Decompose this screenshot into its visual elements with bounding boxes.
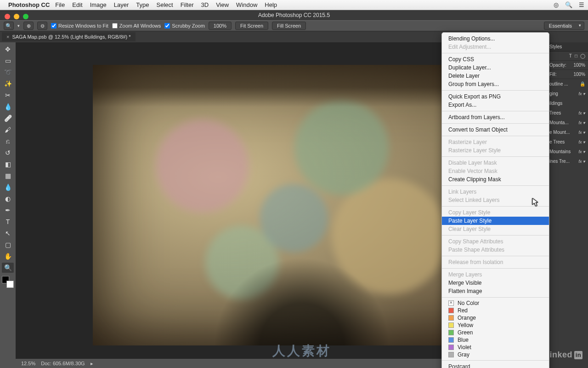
menu-edit[interactable]: Edit — [72, 1, 82, 8]
menu-icon[interactable]: ☰ — [579, 1, 584, 8]
menu-item[interactable]: Postcard — [442, 362, 549, 368]
menu-type[interactable]: Type — [136, 1, 149, 8]
stamp-tool[interactable]: ⎌ — [2, 136, 14, 146]
eyedropper-tool[interactable]: 💧 — [2, 102, 14, 112]
menu-3d[interactable]: 3D — [201, 1, 209, 8]
quick-select-tool[interactable]: ✨ — [2, 79, 14, 89]
layer-row[interactable]: Treesfx ▾ — [547, 108, 588, 118]
layer-row[interactable]: ines Tre...fx ▾ — [547, 156, 588, 166]
zoom-all-checkbox[interactable]: Zoom All Windows — [112, 23, 161, 29]
minimize-window-icon[interactable] — [14, 14, 19, 19]
layer-row[interactable]: Mounta...fx ▾ — [547, 118, 588, 127]
zoom-in-icon[interactable]: ⊕ — [23, 22, 34, 30]
menu-layer[interactable]: Layer — [114, 1, 129, 8]
pen-tool[interactable]: ✒ — [2, 205, 14, 215]
styles-tab[interactable]: Styles — [549, 44, 562, 49]
chevron-right-icon[interactable]: ▸ — [90, 361, 93, 367]
menu-filter[interactable]: Filter — [181, 1, 194, 8]
menu-item[interactable]: Convert to Smart Object — [442, 126, 549, 134]
app-name[interactable]: Photoshop CC — [8, 1, 50, 8]
fx-badge[interactable]: fx ▾ — [578, 111, 585, 115]
blur-tool[interactable]: 💧 — [2, 182, 14, 192]
menu-select[interactable]: Select — [156, 1, 173, 8]
color-label-item[interactable]: Gray — [442, 351, 549, 358]
menu-window[interactable]: Window — [236, 1, 257, 8]
layer-row[interactable]: Mountainsfx ▾ — [547, 147, 588, 156]
layer-row[interactable]: outline ...🔒 — [547, 79, 588, 89]
color-label-item[interactable]: Red — [442, 307, 549, 314]
brush-tool[interactable]: 🖌 — [2, 125, 14, 135]
zoom-100-button[interactable]: 100% — [209, 22, 232, 30]
ellipse-icon[interactable]: ◯ — [580, 53, 585, 58]
gradient-tool[interactable]: ▦ — [2, 171, 14, 181]
menu-item[interactable]: Blending Options... — [442, 34, 549, 43]
zoom-out-icon[interactable]: ⊖ — [37, 22, 47, 30]
layer-row[interactable]: e Mount...fx ▾ — [547, 127, 588, 137]
fx-badge[interactable]: fx ▾ — [578, 121, 585, 125]
marquee-tool[interactable]: ▭ — [2, 56, 14, 66]
hand-tool[interactable]: ✋ — [2, 251, 14, 261]
lasso-tool[interactable]: ➰ — [2, 67, 14, 77]
menu-item[interactable]: Create Clipping Mask — [442, 175, 549, 184]
menu-help[interactable]: Help — [265, 1, 277, 8]
layer-row[interactable]: e Treesfx ▾ — [547, 137, 588, 147]
menu-view[interactable]: View — [216, 1, 229, 8]
document-tab[interactable]: × SAGA Map.psb @ 12.5% (Light Buildings,… — [2, 32, 136, 41]
path-select-tool[interactable]: ↖ — [2, 228, 14, 238]
fx-badge[interactable]: fx ▾ — [578, 159, 585, 164]
resize-windows-checkbox[interactable]: Resize Windows to Fit — [51, 23, 108, 29]
zoom-level[interactable]: 12.5% — [21, 361, 35, 366]
color-label-item[interactable]: No Color — [442, 299, 549, 307]
zoom-window-icon[interactable] — [23, 14, 28, 19]
layer-row[interactable]: gingfx ▾ — [547, 89, 588, 98]
healing-tool[interactable]: 🩹 — [2, 113, 14, 123]
type-tool[interactable]: T — [2, 217, 14, 227]
menu-item[interactable]: Delete Layer — [442, 72, 549, 80]
menu-item[interactable]: Flatten Image — [442, 287, 549, 295]
menu-item[interactable]: Quick Export as PNG — [442, 92, 549, 101]
menu-item[interactable]: Group from Layers... — [442, 80, 549, 88]
color-label-item[interactable]: Orange — [442, 314, 549, 322]
workspace-dropdown[interactable]: Essentials — [544, 22, 584, 30]
background-color-icon[interactable] — [6, 281, 14, 288]
fx-badge[interactable]: fx ▾ — [578, 130, 585, 135]
zoom-tool-icon[interactable]: 🔍 — [4, 22, 14, 30]
menu-file[interactable]: File — [55, 1, 65, 8]
cc-icon[interactable]: ◎ — [554, 1, 559, 8]
foreground-background-colors[interactable] — [2, 276, 14, 288]
fill-value[interactable]: 100% — [573, 72, 585, 77]
close-window-icon[interactable] — [5, 14, 10, 19]
fit-screen-button[interactable]: Fit Screen — [235, 22, 268, 30]
fx-badge[interactable]: fx ▾ — [578, 150, 585, 154]
menu-item[interactable]: Paste Layer Style — [442, 217, 549, 225]
crop-tool[interactable]: ✂ — [2, 90, 14, 100]
search-icon[interactable]: 🔍 — [565, 1, 572, 8]
lock-icon[interactable]: 🔒 — [580, 81, 585, 86]
color-label-item[interactable]: Green — [442, 329, 549, 336]
scrubby-zoom-checkbox[interactable]: Scrubby Zoom — [164, 23, 205, 29]
color-label-item[interactable]: Blue — [442, 336, 549, 344]
menu-image[interactable]: Image — [90, 1, 107, 8]
layer-row[interactable]: ildings — [547, 98, 588, 108]
move-tool[interactable]: ✥ — [2, 44, 14, 54]
menu-item[interactable]: Export As... — [442, 101, 549, 109]
chevron-down-icon[interactable]: ▾ — [17, 23, 20, 28]
color-label-item[interactable]: Yellow — [442, 322, 549, 329]
history-brush-tool[interactable]: ↺ — [2, 148, 14, 158]
color-label-item[interactable]: Violet — [442, 344, 549, 351]
menu-item[interactable]: Merge Visible — [442, 279, 549, 287]
zoom-tool[interactable]: 🔍 — [2, 263, 14, 273]
menu-item[interactable]: Copy CSS — [442, 55, 549, 63]
opacity-value[interactable]: 100% — [573, 63, 585, 68]
eraser-tool[interactable]: ◧ — [2, 159, 14, 169]
rect-icon[interactable]: □ — [575, 53, 577, 58]
fx-badge[interactable]: fx ▾ — [578, 140, 585, 144]
dodge-tool[interactable]: ◐ — [2, 194, 14, 204]
fill-screen-button[interactable]: Fill Screen — [272, 22, 306, 30]
menu-item[interactable]: Duplicate Layer... — [442, 63, 549, 72]
type-tool-icon[interactable]: T — [569, 53, 572, 58]
menu-item[interactable]: Artboard from Layers... — [442, 113, 549, 121]
fx-badge[interactable]: fx ▾ — [578, 92, 585, 96]
close-tab-icon[interactable]: × — [6, 34, 9, 40]
shape-tool[interactable]: ▢ — [2, 240, 14, 250]
